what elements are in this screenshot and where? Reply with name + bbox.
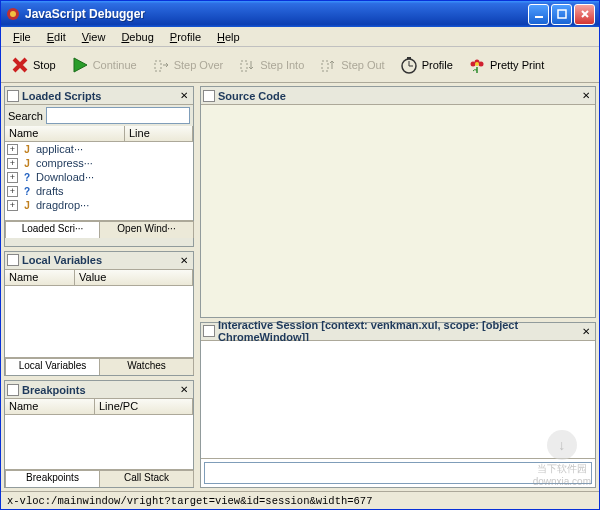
window-title: JavaScript Debugger: [25, 7, 528, 21]
js-file-icon: J: [21, 157, 33, 169]
panel-checkbox[interactable]: [7, 90, 19, 102]
profile-button[interactable]: Profile: [394, 52, 458, 78]
local-variables-panel: Local Variables ✕ Name Value Local Varia…: [4, 251, 194, 376]
session-input[interactable]: [204, 462, 592, 484]
panel-checkbox[interactable]: [7, 254, 19, 266]
toolbar: Stop Continue Step Over Step Into Step O…: [1, 47, 599, 83]
unknown-file-icon: ?: [21, 185, 33, 197]
session-input-row: [201, 459, 595, 487]
col-name[interactable]: Name: [5, 270, 75, 285]
panel-header[interactable]: Loaded Scripts ✕: [5, 87, 193, 105]
panel-close-button[interactable]: ✕: [579, 89, 593, 103]
panel-checkbox[interactable]: [7, 384, 19, 396]
js-file-icon: J: [21, 143, 33, 155]
panel-close-button[interactable]: ✕: [579, 324, 593, 338]
panel-close-button[interactable]: ✕: [177, 253, 191, 267]
list-item[interactable]: +Japplicat···: [5, 142, 193, 156]
breakpoints-body[interactable]: [5, 415, 193, 469]
content-area: Loaded Scripts ✕ Search Name Line +Jappl…: [1, 83, 599, 491]
local-vars-body[interactable]: [5, 286, 193, 357]
minimize-button[interactable]: [528, 4, 549, 25]
col-linepc[interactable]: Line/PC: [95, 399, 193, 414]
expand-icon[interactable]: +: [7, 158, 18, 169]
play-icon: [70, 55, 90, 75]
js-file-icon: J: [21, 199, 33, 211]
panel-tabs: Local Variables Watches: [5, 357, 193, 375]
list-item[interactable]: +?drafts: [5, 184, 193, 198]
panel-header[interactable]: Breakpoints ✕: [5, 381, 193, 399]
panel-header[interactable]: Local Variables ✕: [5, 252, 193, 270]
panel-close-button[interactable]: ✕: [177, 383, 191, 397]
menu-profile[interactable]: Profile: [162, 29, 209, 45]
column-headers: Name Line: [5, 126, 193, 142]
step-out-icon: [318, 55, 338, 75]
panel-title: Loaded Scripts: [22, 90, 177, 102]
col-line[interactable]: Line: [125, 126, 193, 141]
window-controls: [528, 4, 595, 25]
interactive-body: [201, 341, 595, 487]
pretty-print-button[interactable]: Pretty Print: [462, 52, 549, 78]
panel-header[interactable]: Interactive Session [context: venkman.xu…: [201, 323, 595, 341]
interactive-session-panel: Interactive Session [context: venkman.xu…: [200, 322, 596, 488]
panel-tabs: Breakpoints Call Stack: [5, 469, 193, 487]
expand-icon[interactable]: +: [7, 186, 18, 197]
clock-icon: [399, 55, 419, 75]
panel-checkbox[interactable]: [203, 90, 215, 102]
list-item[interactable]: +Jdragdrop···: [5, 198, 193, 212]
column-headers: Name Value: [5, 270, 193, 286]
unknown-file-icon: ?: [21, 171, 33, 183]
expand-icon[interactable]: +: [7, 144, 18, 155]
expand-icon[interactable]: +: [7, 172, 18, 183]
tab-watches[interactable]: Watches: [99, 358, 194, 375]
panel-close-button[interactable]: ✕: [177, 89, 191, 103]
menu-file[interactable]: File: [5, 29, 39, 45]
app-icon: [5, 6, 21, 22]
panel-checkbox[interactable]: [203, 325, 215, 337]
tab-breakpoints[interactable]: Breakpoints: [5, 470, 100, 487]
expand-icon[interactable]: +: [7, 200, 18, 211]
continue-button[interactable]: Continue: [65, 52, 142, 78]
panel-title: Interactive Session [context: venkman.xu…: [218, 319, 579, 343]
list-item[interactable]: +Jcompress···: [5, 156, 193, 170]
left-column: Loaded Scripts ✕ Search Name Line +Jappl…: [1, 83, 197, 491]
svg-rect-6: [322, 61, 328, 71]
tab-open-windows[interactable]: Open Wind···: [99, 221, 194, 238]
svg-point-12: [475, 62, 479, 66]
menu-help[interactable]: Help: [209, 29, 248, 45]
col-name[interactable]: Name: [5, 399, 95, 414]
col-name[interactable]: Name: [5, 126, 125, 141]
svg-rect-4: [155, 61, 161, 71]
scripts-list[interactable]: +Japplicat··· +Jcompress··· +?Download··…: [5, 142, 193, 220]
column-headers: Name Line/PC: [5, 399, 193, 415]
application-window: JavaScript Debugger File Edit View Debug…: [0, 0, 600, 510]
step-into-button[interactable]: Step Into: [232, 52, 309, 78]
status-text: x-vloc:/mainwindow/vright?target=view&id…: [7, 495, 372, 507]
tab-loaded-scripts[interactable]: Loaded Scri···: [5, 221, 100, 238]
stop-button[interactable]: Stop: [5, 52, 61, 78]
svg-rect-2: [535, 16, 543, 18]
source-code-body[interactable]: [201, 105, 595, 317]
menu-view[interactable]: View: [74, 29, 114, 45]
title-bar[interactable]: JavaScript Debugger: [1, 1, 599, 27]
menu-debug[interactable]: Debug: [113, 29, 161, 45]
right-column: Source Code ✕ Interactive Session [conte…: [197, 83, 599, 491]
panel-tabs: Loaded Scri··· Open Wind···: [5, 220, 193, 238]
svg-point-1: [10, 11, 16, 17]
panel-title: Local Variables: [22, 254, 177, 266]
breakpoints-panel: Breakpoints ✕ Name Line/PC Breakpoints C…: [4, 380, 194, 488]
menu-edit[interactable]: Edit: [39, 29, 74, 45]
tab-local-variables[interactable]: Local Variables: [5, 358, 100, 375]
panel-header[interactable]: Source Code ✕: [201, 87, 595, 105]
svg-point-10: [470, 61, 475, 66]
search-input[interactable]: [46, 107, 190, 124]
step-out-button[interactable]: Step Out: [313, 52, 389, 78]
source-code-panel: Source Code ✕: [200, 86, 596, 318]
col-value[interactable]: Value: [75, 270, 193, 285]
step-over-button[interactable]: Step Over: [146, 52, 229, 78]
session-output[interactable]: [201, 341, 595, 459]
search-row: Search: [5, 105, 193, 126]
maximize-button[interactable]: [551, 4, 572, 25]
tab-call-stack[interactable]: Call Stack: [99, 470, 194, 487]
list-item[interactable]: +?Download···: [5, 170, 193, 184]
close-button[interactable]: [574, 4, 595, 25]
